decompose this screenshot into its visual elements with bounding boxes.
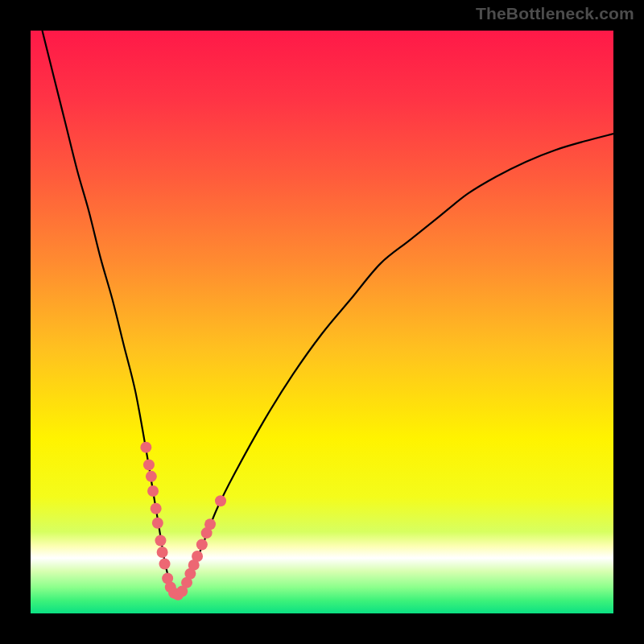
marker-point xyxy=(157,547,168,558)
marker-point xyxy=(215,495,226,506)
marker-point xyxy=(140,442,151,453)
plot-area xyxy=(31,31,613,613)
marker-point xyxy=(147,485,159,497)
marker-point xyxy=(204,518,216,530)
marker-point xyxy=(146,471,157,482)
marker-point xyxy=(192,551,203,562)
marker-point xyxy=(152,518,163,529)
marker-point xyxy=(196,539,208,551)
marker-point xyxy=(143,459,155,470)
marker-point xyxy=(159,558,171,569)
watermark-text: TheBottleneck.com xyxy=(476,5,634,22)
chart-frame: TheBottleneck.com xyxy=(0,0,644,644)
marker-point xyxy=(155,535,166,547)
chart-svg xyxy=(31,31,613,613)
marker-point xyxy=(151,503,162,514)
